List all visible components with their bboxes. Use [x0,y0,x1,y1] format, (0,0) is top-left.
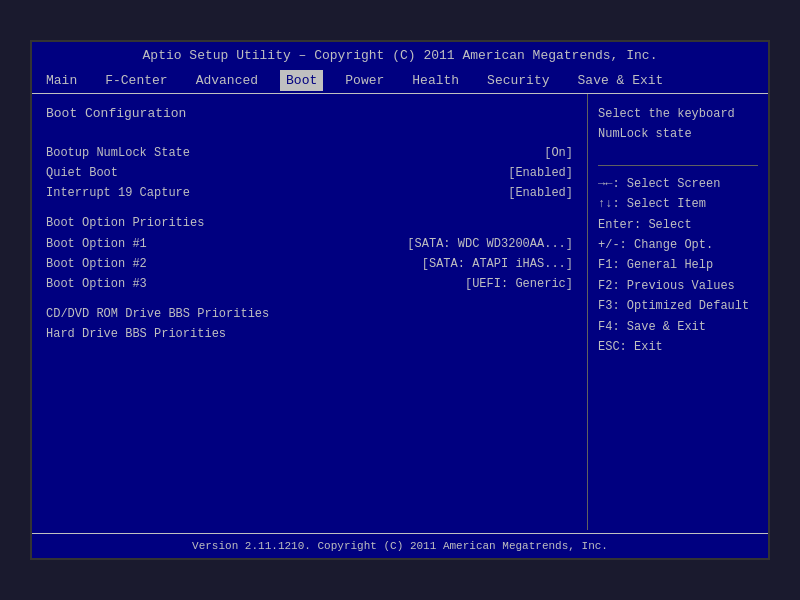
link-cddvd[interactable]: CD/DVD ROM Drive BBS Priorities [46,305,573,323]
key-f1: F1: General Help [598,255,758,275]
link-harddrive[interactable]: Hard Drive BBS Priorities [46,325,573,343]
value-quiet: [Enabled] [508,164,573,182]
title-bar: Aptio Setup Utility – Copyright (C) 2011… [32,42,768,68]
label-boot2: Boot Option #2 [46,255,147,273]
menu-fcenter[interactable]: F-Center [99,70,173,92]
bios-screen: Aptio Setup Utility – Copyright (C) 2011… [30,40,770,560]
help-text: Select the keyboard NumLock state [598,104,758,145]
key-select-item: ↑↓: Select Item [598,194,758,214]
config-row-boot3[interactable]: Boot Option #3 [UEFI: Generic] [46,275,573,293]
menu-main[interactable]: Main [40,70,83,92]
key-f2: F2: Previous Values [598,276,758,296]
key-f3: F3: Optimized Default [598,296,758,316]
keys-section: →←: Select Screen ↑↓: Select Item Enter:… [598,165,758,358]
footer-bar: Version 2.11.1210. Copyright (C) 2011 Am… [32,533,768,559]
main-panel: Boot Configuration Bootup NumLock State … [32,94,588,530]
footer-text: Version 2.11.1210. Copyright (C) 2011 Am… [192,540,608,552]
key-change-opt: +/-: Change Opt. [598,235,758,255]
config-row-interrupt[interactable]: Interrupt 19 Capture [Enabled] [46,184,573,202]
label-numlock: Bootup NumLock State [46,144,190,162]
value-numlock: [On] [544,144,573,162]
key-f4: F4: Save & Exit [598,317,758,337]
boot-priorities-title: Boot Option Priorities [46,214,573,232]
config-row-quiet[interactable]: Quiet Boot [Enabled] [46,164,573,182]
label-quiet: Quiet Boot [46,164,118,182]
label-boot1: Boot Option #1 [46,235,147,253]
menu-security[interactable]: Security [481,70,555,92]
title-text: Aptio Setup Utility – Copyright (C) 2011… [143,48,658,63]
menu-bar: Main F-Center Advanced Boot Power Health… [32,68,768,95]
value-boot2: [SATA: ATAPI iHAS...] [422,255,573,273]
value-boot3: [UEFI: Generic] [465,275,573,293]
key-select-screen: →←: Select Screen [598,174,758,194]
menu-advanced[interactable]: Advanced [190,70,264,92]
menu-boot[interactable]: Boot [280,70,323,92]
label-interrupt: Interrupt 19 Capture [46,184,190,202]
menu-save-exit[interactable]: Save & Exit [572,70,670,92]
value-boot1: [SATA: WDC WD3200AA...] [407,235,573,253]
value-interrupt: [Enabled] [508,184,573,202]
key-enter: Enter: Select [598,215,758,235]
side-panel: Select the keyboard NumLock state →←: Se… [588,94,768,530]
config-row-boot1[interactable]: Boot Option #1 [SATA: WDC WD3200AA...] [46,235,573,253]
menu-health[interactable]: Health [406,70,465,92]
config-row-boot2[interactable]: Boot Option #2 [SATA: ATAPI iHAS...] [46,255,573,273]
label-boot3: Boot Option #3 [46,275,147,293]
config-row-numlock[interactable]: Bootup NumLock State [On] [46,144,573,162]
content-area: Boot Configuration Bootup NumLock State … [32,94,768,530]
key-esc: ESC: Exit [598,337,758,357]
section-title: Boot Configuration [46,104,573,124]
menu-power[interactable]: Power [339,70,390,92]
